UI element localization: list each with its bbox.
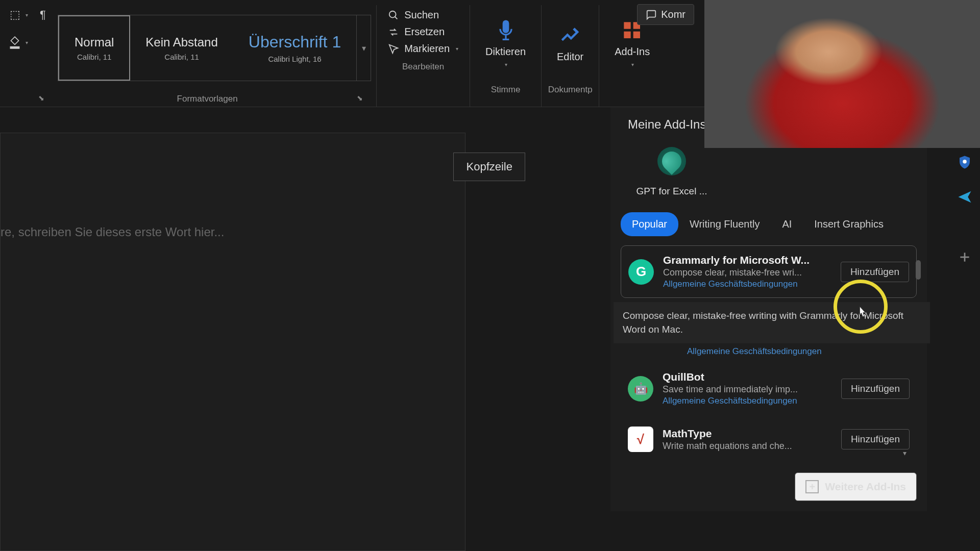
search-icon [388, 10, 399, 21]
tab-ai[interactable]: AI [771, 212, 803, 236]
cursor-select-icon [388, 43, 399, 55]
paragraph-launcher-icon[interactable]: ⬊ [38, 94, 50, 105]
microphone-icon [495, 19, 517, 42]
tab-insert-graphics[interactable]: Insert Graphics [803, 212, 895, 236]
style-no-spacing[interactable]: Kein Abstand Calibri, 11 [130, 15, 233, 81]
styles-launcher-icon[interactable]: ⬊ [357, 94, 368, 105]
search-button[interactable]: Suchen [388, 9, 458, 21]
addin-name: MathType [663, 428, 832, 440]
svg-rect-6 [624, 32, 630, 38]
add-panel-icon[interactable] [955, 248, 974, 266]
comments-button[interactable]: Komr [637, 4, 694, 25]
svg-rect-3 [502, 20, 509, 33]
right-sidebar [949, 148, 980, 266]
addin-name: QuillBot [663, 371, 832, 383]
doc-group-label: Dokumentp [548, 82, 593, 98]
svg-point-1 [389, 11, 396, 17]
select-button[interactable]: Markieren ▾ [388, 43, 458, 55]
shield-icon[interactable] [955, 153, 974, 171]
quillbot-icon: 🤖 [628, 376, 653, 402]
grammarly-icon: G [628, 259, 654, 285]
tooltip-terms-link[interactable]: Allgemeine Geschäftsbedingungen [621, 346, 917, 357]
tab-popular[interactable]: Popular [621, 212, 678, 236]
paragraph-marks-icon[interactable]: ¶ [33, 5, 53, 24]
addin-terms-link[interactable]: Allgemeine Geschäftsbedingungen [663, 396, 832, 406]
svg-rect-0 [10, 47, 19, 48]
chevron-down-icon: ▾ [362, 43, 366, 53]
svg-rect-4 [624, 22, 630, 29]
replace-button[interactable]: Ersetzen [388, 26, 458, 38]
add-quillbot-button[interactable]: Hinzufügen [841, 379, 910, 399]
plus-icon: + [805, 480, 819, 493]
editor-button[interactable]: Editor [547, 5, 594, 82]
send-icon[interactable] [955, 188, 974, 206]
document-canvas[interactable]: re, schreiben Sie dieses erste Wort hier… [0, 133, 465, 551]
replace-icon [388, 27, 399, 38]
style-normal[interactable]: Normal Calibri, 11 [58, 15, 130, 81]
webcam-overlay [704, 0, 980, 148]
addin-name: Grammarly for Microsoft W... [663, 254, 831, 266]
addin-desc: Write math equations and che... [663, 441, 832, 452]
shading-icon[interactable] [5, 33, 24, 52]
clear-formatting-icon[interactable]: ⬚ [5, 5, 24, 24]
add-mathtype-button[interactable]: Hinzufügen [841, 429, 910, 449]
addin-tabs: Popular Writing Fluently AI Insert Graph… [621, 212, 917, 236]
style-heading-1[interactable]: Überschrift 1 Calibri Light, 16 [233, 15, 356, 81]
comment-icon [646, 9, 657, 20]
add-grammarly-button[interactable]: Hinzufügen [841, 262, 909, 282]
addin-item-grammarly[interactable]: G Grammarly for Microsoft W... Compose c… [621, 245, 917, 298]
addin-desc: Compose clear, mistake-free wri... [663, 267, 831, 278]
gpt-excel-icon [657, 147, 686, 176]
edit-group-label: Bearbeiten [402, 59, 444, 75]
addins-panel: Meine Add-Ins GPT for Excel ... Popular … [610, 107, 927, 511]
comments-label: Komr [661, 9, 685, 20]
addin-item-quillbot[interactable]: 🤖 QuillBot Save time and immediately imp… [621, 363, 917, 414]
my-addin-gpt-excel[interactable]: GPT for Excel ... [636, 147, 707, 197]
voice-group-label: Stimme [491, 82, 521, 98]
tab-writing-fluently[interactable]: Writing Fluently [678, 212, 771, 236]
svg-point-8 [963, 160, 967, 164]
placeholder-text: re, schreiben Sie dieses erste Wort hier… [1, 225, 224, 239]
dictate-button[interactable]: Diktieren ▾ [475, 5, 536, 82]
webcam-person [704, 0, 980, 148]
editor-icon [559, 24, 581, 47]
addin-terms-link[interactable]: Allgemeine Geschäftsbedingungen [663, 279, 831, 289]
svg-rect-7 [633, 32, 640, 38]
styles-expand-button[interactable]: ▾ [356, 15, 371, 81]
addin-tooltip: Compose clear, mistake-free writing with… [614, 302, 930, 343]
addin-item-mathtype[interactable]: √ MathType Write math equations and che.… [621, 418, 917, 460]
chevron-down-icon[interactable]: ▾ [903, 449, 906, 457]
styles-gallery: Normal Calibri, 11 Kein Abstand Calibri,… [58, 15, 371, 81]
more-addins-button[interactable]: + Weitere Add-Ins [795, 472, 917, 501]
styles-group-label: Formatvorlagen [58, 91, 357, 107]
header-button[interactable]: Kopfzeile [453, 153, 525, 181]
addin-desc: Save time and immediately imp... [663, 384, 832, 395]
svg-line-2 [395, 16, 398, 19]
mathtype-icon: √ [628, 427, 653, 452]
